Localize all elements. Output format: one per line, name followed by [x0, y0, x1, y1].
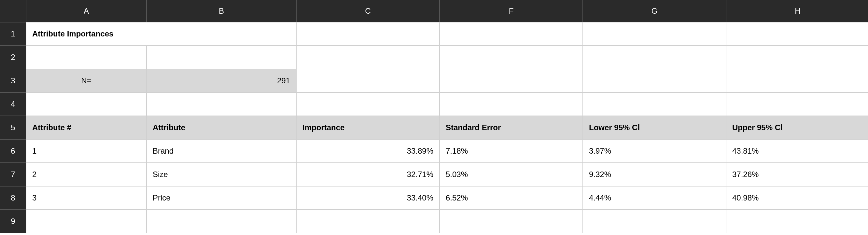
row-header-9[interactable]: 9 [0, 210, 26, 233]
n-label-cell[interactable]: N= [26, 69, 147, 93]
cell-H1[interactable] [726, 22, 868, 45]
row-header-1[interactable]: 1 [0, 22, 26, 45]
cell-importance-2[interactable]: 32.71% [296, 163, 439, 186]
cell-G2[interactable] [583, 45, 726, 69]
n-value-cell[interactable]: 291 [147, 69, 296, 93]
cell-lowerci-1[interactable]: 3.97% [583, 139, 726, 163]
cell-G1[interactable] [583, 22, 726, 45]
cell-A4[interactable] [26, 93, 147, 116]
cell-C3[interactable] [296, 69, 439, 93]
cell-num-3[interactable]: 3 [26, 186, 147, 210]
row-header-8[interactable]: 8 [0, 186, 26, 210]
row-header-3[interactable]: 3 [0, 69, 26, 93]
cell-F3[interactable] [439, 69, 583, 93]
cell-H9[interactable] [726, 210, 868, 233]
header-lower-ci[interactable]: Lower 95% Cl [583, 116, 726, 139]
spreadsheet-grid[interactable]: A B C F G H 1 Attribute Importances 2 3 … [0, 0, 868, 233]
cell-G4[interactable] [583, 93, 726, 116]
cell-B2[interactable] [147, 45, 296, 69]
cell-H3[interactable] [726, 69, 868, 93]
cell-attr-2[interactable]: Size [147, 163, 296, 186]
cell-attr-1[interactable]: Brand [147, 139, 296, 163]
cell-H2[interactable] [726, 45, 868, 69]
cell-importance-3[interactable]: 33.40% [296, 186, 439, 210]
col-header-C[interactable]: C [296, 0, 439, 22]
cell-lowerci-3[interactable]: 4.44% [583, 186, 726, 210]
row-header-5[interactable]: 5 [0, 116, 26, 139]
cell-C4[interactable] [296, 93, 439, 116]
header-attribute[interactable]: Attribute [147, 116, 296, 139]
cell-G9[interactable] [583, 210, 726, 233]
col-header-B[interactable]: B [147, 0, 296, 22]
cell-C9[interactable] [296, 210, 439, 233]
row-header-2[interactable]: 2 [0, 45, 26, 69]
cell-H4[interactable] [726, 93, 868, 116]
cell-attr-3[interactable]: Price [147, 186, 296, 210]
cell-stderror-3[interactable]: 6.52% [439, 186, 583, 210]
corner-cell[interactable] [0, 0, 26, 22]
cell-num-2[interactable]: 2 [26, 163, 147, 186]
cell-A2[interactable] [26, 45, 147, 69]
col-header-G[interactable]: G [583, 0, 726, 22]
cell-F9[interactable] [439, 210, 583, 233]
cell-num-1[interactable]: 1 [26, 139, 147, 163]
cell-C2[interactable] [296, 45, 439, 69]
header-importance[interactable]: Importance [296, 116, 439, 139]
cell-lowerci-2[interactable]: 9.32% [583, 163, 726, 186]
col-header-A[interactable]: A [26, 0, 147, 22]
cell-B4[interactable] [147, 93, 296, 116]
cell-stderror-2[interactable]: 5.03% [439, 163, 583, 186]
cell-importance-1[interactable]: 33.89% [296, 139, 439, 163]
cell-G3[interactable] [583, 69, 726, 93]
title-cell[interactable]: Attribute Importances [26, 22, 296, 45]
cell-F1[interactable] [439, 22, 583, 45]
cell-stderror-1[interactable]: 7.18% [439, 139, 583, 163]
cell-F4[interactable] [439, 93, 583, 116]
cell-B9[interactable] [147, 210, 296, 233]
row-header-6[interactable]: 6 [0, 139, 26, 163]
cell-F2[interactable] [439, 45, 583, 69]
header-upper-ci[interactable]: Upper 95% Cl [726, 116, 868, 139]
col-header-F[interactable]: F [439, 0, 583, 22]
row-header-7[interactable]: 7 [0, 163, 26, 186]
header-attribute-num[interactable]: Attribute # [26, 116, 147, 139]
row-header-4[interactable]: 4 [0, 93, 26, 116]
cell-upperci-1[interactable]: 43.81% [726, 139, 868, 163]
cell-A9[interactable] [26, 210, 147, 233]
col-header-H[interactable]: H [726, 0, 868, 22]
cell-upperci-3[interactable]: 40.98% [726, 186, 868, 210]
cell-C1[interactable] [296, 22, 439, 45]
cell-upperci-2[interactable]: 37.26% [726, 163, 868, 186]
header-std-error[interactable]: Standard Error [439, 116, 583, 139]
